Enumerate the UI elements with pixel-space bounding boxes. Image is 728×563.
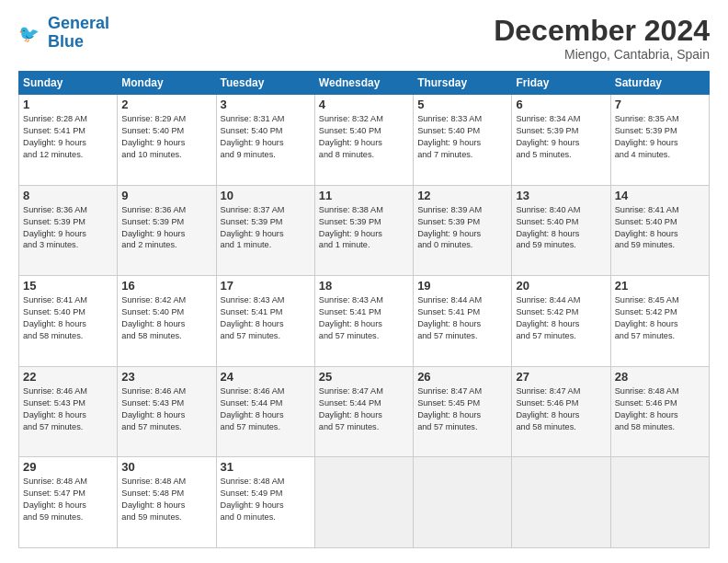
calendar-day-7: 7Sunrise: 8:35 AMSunset: 5:39 PMDaylight… — [610, 95, 709, 186]
calendar-day-4: 4Sunrise: 8:32 AMSunset: 5:40 PMDaylight… — [314, 95, 413, 186]
day-info: Sunrise: 8:32 AMSunset: 5:40 PMDaylight:… — [319, 113, 409, 161]
calendar-day-30: 30Sunrise: 8:48 AMSunset: 5:48 PMDayligh… — [118, 457, 216, 548]
day-info: Sunrise: 8:48 AMSunset: 5:48 PMDaylight:… — [121, 476, 211, 523]
calendar-day-22: 22Sunrise: 8:46 AMSunset: 5:43 PMDayligh… — [19, 366, 118, 457]
weekday-header-row: SundayMondayTuesdayWednesdayThursdayFrid… — [19, 72, 710, 95]
day-number: 18 — [319, 279, 409, 293]
calendar-day-6: 6Sunrise: 8:34 AMSunset: 5:39 PMDaylight… — [512, 95, 610, 186]
day-info: Sunrise: 8:44 AMSunset: 5:42 PMDaylight:… — [516, 294, 606, 342]
calendar-day-17: 17Sunrise: 8:43 AMSunset: 5:41 PMDayligh… — [216, 276, 314, 367]
day-number: 3 — [221, 98, 311, 111]
day-number: 31 — [221, 460, 311, 474]
calendar-day-1: 1Sunrise: 8:28 AMSunset: 5:41 PMDaylight… — [19, 95, 118, 186]
calendar-week-5: 29Sunrise: 8:48 AMSunset: 5:47 PMDayligh… — [19, 457, 710, 548]
title-block: December 2024 Miengo, Cantabria, Spain — [494, 15, 710, 62]
day-info: Sunrise: 8:48 AMSunset: 5:49 PMDaylight:… — [221, 476, 311, 523]
day-number: 16 — [121, 279, 211, 293]
day-info: Sunrise: 8:37 AMSunset: 5:39 PMDaylight:… — [221, 204, 311, 252]
calendar-day-3: 3Sunrise: 8:31 AMSunset: 5:40 PMDaylight… — [216, 95, 314, 186]
day-info: Sunrise: 8:35 AMSunset: 5:39 PMDaylight:… — [615, 113, 705, 161]
day-info: Sunrise: 8:33 AMSunset: 5:40 PMDaylight:… — [417, 113, 507, 161]
calendar-day-29: 29Sunrise: 8:48 AMSunset: 5:47 PMDayligh… — [19, 457, 118, 548]
calendar-day-31: 31Sunrise: 8:48 AMSunset: 5:49 PMDayligh… — [216, 457, 314, 548]
day-info: Sunrise: 8:36 AMSunset: 5:39 PMDaylight:… — [23, 204, 113, 252]
calendar-week-4: 22Sunrise: 8:46 AMSunset: 5:43 PMDayligh… — [19, 366, 710, 457]
day-info: Sunrise: 8:41 AMSunset: 5:40 PMDaylight:… — [615, 204, 705, 252]
day-info: Sunrise: 8:38 AMSunset: 5:39 PMDaylight:… — [319, 204, 409, 252]
empty-cell — [512, 457, 610, 548]
empty-cell — [610, 457, 709, 548]
day-number: 25 — [319, 370, 409, 384]
day-number: 27 — [516, 370, 606, 384]
calendar-week-2: 8Sunrise: 8:36 AMSunset: 5:39 PMDaylight… — [19, 185, 710, 276]
logo-blue: Blue — [48, 32, 84, 51]
calendar-day-18: 18Sunrise: 8:43 AMSunset: 5:41 PMDayligh… — [314, 276, 413, 367]
day-info: Sunrise: 8:46 AMSunset: 5:43 PMDaylight:… — [23, 385, 113, 433]
calendar-day-26: 26Sunrise: 8:47 AMSunset: 5:45 PMDayligh… — [414, 366, 512, 457]
day-number: 21 — [615, 279, 705, 293]
calendar-day-12: 12Sunrise: 8:39 AMSunset: 5:39 PMDayligh… — [414, 185, 512, 276]
calendar-day-27: 27Sunrise: 8:47 AMSunset: 5:46 PMDayligh… — [512, 366, 610, 457]
day-number: 4 — [319, 98, 409, 111]
calendar-day-24: 24Sunrise: 8:46 AMSunset: 5:44 PMDayligh… — [216, 366, 314, 457]
day-number: 29 — [23, 460, 113, 474]
weekday-header-tuesday: Tuesday — [216, 72, 314, 95]
day-info: Sunrise: 8:47 AMSunset: 5:46 PMDaylight:… — [516, 385, 606, 433]
day-number: 5 — [417, 98, 507, 111]
calendar-week-3: 15Sunrise: 8:41 AMSunset: 5:40 PMDayligh… — [19, 276, 710, 367]
day-info: Sunrise: 8:47 AMSunset: 5:44 PMDaylight:… — [319, 385, 409, 433]
day-number: 1 — [23, 98, 113, 111]
calendar-day-11: 11Sunrise: 8:38 AMSunset: 5:39 PMDayligh… — [314, 185, 413, 276]
day-info: Sunrise: 8:46 AMSunset: 5:43 PMDaylight:… — [121, 385, 211, 433]
day-number: 23 — [121, 370, 211, 384]
day-number: 15 — [23, 279, 113, 293]
calendar-day-8: 8Sunrise: 8:36 AMSunset: 5:39 PMDaylight… — [19, 185, 118, 276]
calendar-table: SundayMondayTuesdayWednesdayThursdayFrid… — [18, 71, 710, 548]
calendar-day-21: 21Sunrise: 8:45 AMSunset: 5:42 PMDayligh… — [610, 276, 709, 367]
weekday-header-thursday: Thursday — [414, 72, 512, 95]
day-number: 28 — [615, 370, 705, 384]
day-number: 9 — [121, 189, 211, 202]
day-info: Sunrise: 8:48 AMSunset: 5:47 PMDaylight:… — [23, 476, 113, 523]
location: Miengo, Cantabria, Spain — [494, 47, 710, 62]
day-info: Sunrise: 8:36 AMSunset: 5:39 PMDaylight:… — [121, 204, 211, 252]
empty-cell — [314, 457, 413, 548]
logo: 🐦 General Blue — [18, 15, 109, 52]
day-info: Sunrise: 8:29 AMSunset: 5:40 PMDaylight:… — [121, 113, 211, 161]
weekday-header-friday: Friday — [512, 72, 610, 95]
day-number: 30 — [121, 460, 211, 474]
day-info: Sunrise: 8:47 AMSunset: 5:45 PMDaylight:… — [417, 385, 507, 433]
weekday-header-sunday: Sunday — [19, 72, 118, 95]
day-info: Sunrise: 8:28 AMSunset: 5:41 PMDaylight:… — [23, 113, 113, 161]
day-info: Sunrise: 8:34 AMSunset: 5:39 PMDaylight:… — [516, 113, 606, 161]
calendar-day-15: 15Sunrise: 8:41 AMSunset: 5:40 PMDayligh… — [19, 276, 118, 367]
calendar-day-9: 9Sunrise: 8:36 AMSunset: 5:39 PMDaylight… — [118, 185, 216, 276]
day-number: 20 — [516, 279, 606, 293]
calendar-day-10: 10Sunrise: 8:37 AMSunset: 5:39 PMDayligh… — [216, 185, 314, 276]
weekday-header-monday: Monday — [118, 72, 216, 95]
day-number: 11 — [319, 189, 409, 202]
month-title: December 2024 — [494, 15, 710, 47]
logo-bird-icon: 🐦 — [18, 20, 44, 46]
day-number: 22 — [23, 370, 113, 384]
calendar-day-25: 25Sunrise: 8:47 AMSunset: 5:44 PMDayligh… — [314, 366, 413, 457]
day-number: 12 — [417, 189, 507, 202]
day-number: 8 — [23, 189, 113, 202]
day-info: Sunrise: 8:42 AMSunset: 5:40 PMDaylight:… — [121, 294, 211, 342]
day-info: Sunrise: 8:43 AMSunset: 5:41 PMDaylight:… — [319, 294, 409, 342]
logo-general: General — [48, 14, 109, 32]
calendar-day-28: 28Sunrise: 8:48 AMSunset: 5:46 PMDayligh… — [610, 366, 709, 457]
svg-text:🐦: 🐦 — [18, 24, 40, 44]
day-info: Sunrise: 8:44 AMSunset: 5:41 PMDaylight:… — [417, 294, 507, 342]
header: 🐦 General Blue December 2024 Miengo, Can… — [18, 15, 710, 62]
day-info: Sunrise: 8:39 AMSunset: 5:39 PMDaylight:… — [417, 204, 507, 252]
calendar-day-5: 5Sunrise: 8:33 AMSunset: 5:40 PMDaylight… — [414, 95, 512, 186]
calendar-day-16: 16Sunrise: 8:42 AMSunset: 5:40 PMDayligh… — [118, 276, 216, 367]
day-number: 17 — [221, 279, 311, 293]
day-info: Sunrise: 8:40 AMSunset: 5:40 PMDaylight:… — [516, 204, 606, 252]
day-number: 10 — [221, 189, 311, 202]
logo-text: General Blue — [48, 15, 109, 52]
day-number: 19 — [417, 279, 507, 293]
calendar-day-23: 23Sunrise: 8:46 AMSunset: 5:43 PMDayligh… — [118, 366, 216, 457]
day-info: Sunrise: 8:48 AMSunset: 5:46 PMDaylight:… — [615, 385, 705, 433]
